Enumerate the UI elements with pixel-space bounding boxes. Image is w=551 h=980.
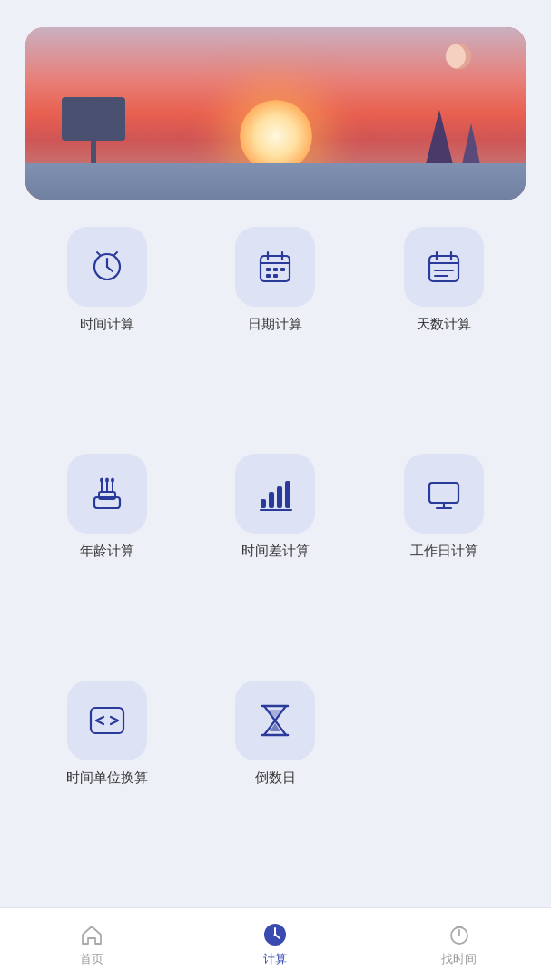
tool-label-countdown-calc: 倒数日	[255, 769, 296, 787]
tool-label-timediff-calc: 时间差计算	[241, 543, 310, 560]
billboard-board	[62, 97, 125, 141]
tools-grid: 时间计算 日期计算	[0, 218, 551, 907]
tool-icon-timeunit-calc	[67, 681, 147, 760]
tool-days-calc[interactable]: 天数计算	[364, 227, 524, 445]
svg-rect-11	[266, 268, 271, 271]
svg-point-28	[105, 478, 109, 483]
svg-rect-35	[429, 483, 458, 503]
svg-point-27	[100, 478, 103, 483]
nav-item-timer[interactable]: 找时间	[368, 922, 551, 967]
svg-line-5	[97, 252, 100, 255]
svg-rect-12	[273, 268, 278, 271]
app-container: 时间计算 日期计算	[0, 0, 551, 980]
tool-label-date-calc: 日期计算	[248, 316, 302, 333]
svg-line-6	[114, 252, 117, 255]
tool-icon-age-calc	[67, 454, 147, 534]
svg-rect-33	[285, 481, 290, 508]
svg-rect-13	[280, 268, 285, 271]
svg-point-29	[111, 478, 114, 483]
svg-point-44	[274, 933, 277, 936]
home-icon	[79, 922, 104, 947]
calc-icon	[262, 922, 288, 947]
nav-label-home: 首页	[80, 951, 103, 967]
tool-workday-calc[interactable]: 工作日计算	[364, 454, 524, 671]
hero-sun	[240, 100, 312, 172]
svg-marker-0	[426, 110, 453, 164]
tool-date-calc[interactable]: 日期计算	[196, 227, 356, 445]
tool-timeunit-calc[interactable]: 时间单位换算	[27, 681, 187, 898]
nav-label-timer: 找时间	[441, 951, 477, 967]
tool-age-calc[interactable]: 年龄计算	[27, 454, 187, 671]
svg-rect-32	[277, 486, 282, 508]
svg-rect-30	[261, 499, 266, 508]
tool-label-age-calc: 年龄计算	[80, 543, 134, 560]
hero-ground	[25, 163, 526, 200]
hero-tree-2	[462, 123, 480, 168]
svg-rect-14	[266, 274, 271, 278]
tool-label-time-calc: 时间计算	[80, 316, 134, 333]
tool-label-days-calc: 天数计算	[417, 316, 471, 333]
bottom-nav: 首页 计算 找时间	[0, 907, 551, 980]
tool-icon-countdown-calc	[235, 681, 315, 760]
tool-time-calc[interactable]: 时间计算	[27, 227, 187, 445]
nav-label-calc: 计算	[263, 951, 287, 967]
tool-icon-timediff-calc	[235, 454, 315, 534]
svg-rect-31	[269, 492, 274, 508]
hero-moon	[446, 44, 471, 69]
svg-marker-1	[462, 123, 480, 164]
timer-icon	[447, 922, 472, 947]
hero-tree-1	[426, 110, 453, 168]
tool-icon-date-calc	[235, 227, 315, 307]
nav-item-home[interactable]: 首页	[0, 922, 183, 967]
tool-countdown-calc[interactable]: 倒数日	[196, 681, 356, 898]
svg-rect-15	[273, 274, 278, 278]
svg-rect-16	[429, 256, 458, 281]
tool-label-workday-calc: 工作日计算	[410, 543, 478, 560]
tool-icon-days-calc	[404, 227, 484, 307]
tool-label-timeunit-calc: 时间单位换算	[66, 769, 148, 787]
hero-banner	[25, 27, 526, 200]
svg-line-4	[107, 267, 113, 271]
tool-icon-time-calc	[67, 227, 147, 307]
tool-icon-workday-calc	[404, 454, 484, 534]
tool-timediff-calc[interactable]: 时间差计算	[196, 454, 356, 671]
nav-item-calc[interactable]: 计算	[183, 922, 367, 967]
hero-billboard	[62, 97, 125, 168]
